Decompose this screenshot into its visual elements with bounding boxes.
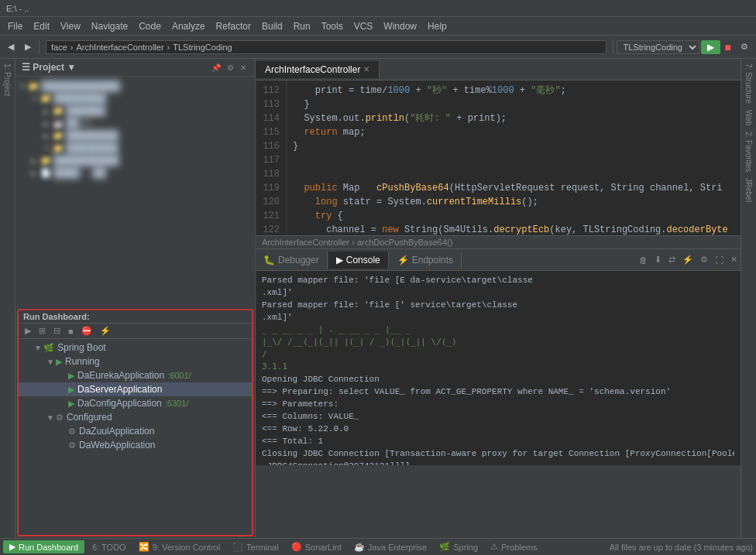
console-total: <== Total: 1 bbox=[262, 435, 734, 447]
code-line-116: } bbox=[293, 139, 734, 153]
tab-console[interactable]: ▶ Console bbox=[328, 252, 389, 269]
rd-expand-btn[interactable]: ⊞ bbox=[36, 325, 49, 337]
menu-edit[interactable]: Edit bbox=[29, 19, 54, 33]
running-section[interactable]: ▼ ▶ Running bbox=[19, 355, 252, 368]
rd-run-btn[interactable]: ▶ bbox=[22, 325, 34, 337]
da-eureka-item[interactable]: ▶ ▶ DaEurekaApplication :6001/ bbox=[19, 368, 252, 382]
spring-logo-3: / bbox=[262, 348, 734, 361]
rebel-icon[interactable]: JRebel bbox=[743, 176, 754, 204]
file-tree: ▼ 📁 ████████████ ▼ 📁 ████████ ▶ 📁 ██████… bbox=[15, 77, 255, 307]
tree-item-6[interactable]: ▼ 📁 ████████ bbox=[19, 142, 252, 154]
tree-item-1[interactable]: ▼ 📁 ████████████ bbox=[19, 80, 252, 92]
console-icon: ▶ bbox=[336, 255, 343, 266]
line-numbers: 112 113 114 115 116 117 118 119 120 121 … bbox=[256, 81, 287, 235]
console-clear-btn[interactable]: 🗑 bbox=[636, 255, 651, 266]
menu-run[interactable]: Run bbox=[289, 19, 315, 33]
spring-boot-section[interactable]: ▼ 🌿 Spring Boot bbox=[19, 341, 252, 355]
pin-button[interactable]: 📌 bbox=[209, 63, 223, 73]
tab-label: ArchInterfaceController bbox=[265, 64, 360, 75]
todo-status[interactable]: 6: TODO bbox=[88, 541, 131, 553]
menu-window[interactable]: Window bbox=[379, 19, 421, 33]
java-enterprise-status[interactable]: ☕ Java Enterprise bbox=[349, 540, 431, 553]
editor-area: ArchInterfaceController ✕ 112 113 114 11… bbox=[256, 59, 741, 538]
project-panel: ☰ Project ▼ 📌 ⚙ ✕ ▼ 📁 ████████████ ▼ 📁 █… bbox=[15, 59, 256, 538]
code-breadcrumb: ArchInterfaceController › archDocPushByB… bbox=[256, 235, 741, 248]
console-line-4: .xml]' bbox=[262, 311, 734, 324]
tree-item-7[interactable]: ▶ 📁 ██████████ bbox=[19, 154, 252, 166]
code-line-119: public Map cPushByBase64(HttpServletRequ… bbox=[293, 181, 734, 195]
structure-icon[interactable]: 7: Structure bbox=[743, 62, 754, 105]
web-icon[interactable]: Web bbox=[743, 108, 754, 127]
code-line-112: print = time/1000 + "秒" + time%1000 + "毫… bbox=[293, 84, 734, 98]
console-expand-btn[interactable]: ⛶ bbox=[712, 255, 727, 266]
da-config-item[interactable]: ▶ ▶ DaConfigApplication :6301/ bbox=[19, 396, 252, 410]
java-icon: ☕ bbox=[354, 542, 365, 552]
menu-view[interactable]: View bbox=[56, 19, 85, 33]
panel-tools: 📌 ⚙ ✕ bbox=[209, 63, 249, 73]
run-dashboard-toolbar: ▶ ⊞ ⊟ ■ ⛔ ⚡ bbox=[19, 324, 252, 339]
tree-item-3[interactable]: ▶ 📁 ██████ bbox=[19, 104, 252, 117]
rd-stop2-btn[interactable]: ⛔ bbox=[78, 325, 95, 337]
rd-stop-btn[interactable]: ■ bbox=[65, 326, 77, 337]
rd-filter-btn[interactable]: ⚡ bbox=[97, 325, 114, 337]
main-toolbar: ◀ ▶ face › ArchInterfaceController › TLS… bbox=[0, 36, 756, 59]
code-line-115: return map; bbox=[293, 125, 734, 139]
run-button[interactable]: ▶ bbox=[701, 40, 720, 54]
run-dashboard-status[interactable]: ▶ Run Dashboard bbox=[3, 540, 84, 553]
forward-button[interactable]: ▶ bbox=[20, 40, 36, 53]
menu-tools[interactable]: Tools bbox=[317, 19, 348, 33]
tree-item-2[interactable]: ▼ 📁 ████████ bbox=[19, 92, 252, 104]
toolbar-separator-2 bbox=[613, 40, 613, 54]
settings-button[interactable]: ⚙ bbox=[736, 40, 753, 53]
tree-item-5[interactable]: ▶ 📁 ████████ bbox=[19, 129, 252, 142]
menu-analyze[interactable]: Analyze bbox=[167, 19, 210, 33]
configured-section[interactable]: ▼ ⚙ Configured bbox=[19, 410, 252, 424]
code-line-121: try { bbox=[293, 209, 734, 223]
run-list: ▼ 🌿 Spring Boot ▼ ▶ Running ▶ ▶ DaEureka… bbox=[19, 339, 252, 535]
back-button[interactable]: ◀ bbox=[3, 40, 19, 53]
toolbar-separator-1 bbox=[39, 40, 40, 54]
panel-title: ☰ Project ▼ bbox=[22, 62, 76, 73]
console-jdbc-addr: .JDBC4Connection@39743121]]]] bbox=[262, 460, 734, 465]
console-scroll-btn[interactable]: ⬇ bbox=[651, 254, 665, 266]
rd-collapse-btn[interactable]: ⊟ bbox=[50, 325, 64, 337]
tab-endpoints[interactable]: ⚡ Endpoints bbox=[390, 252, 462, 269]
da-zuul-item[interactable]: ▶ ⚙ DaZuulApplication bbox=[19, 424, 252, 438]
console-wrap-btn[interactable]: ⇄ bbox=[665, 254, 679, 266]
code-area[interactable]: 112 113 114 115 116 117 118 119 120 121 … bbox=[256, 81, 741, 235]
code-line-113: } bbox=[293, 98, 734, 111]
menu-build[interactable]: Build bbox=[257, 19, 287, 33]
sonar-status[interactable]: 🔴 SonarLint bbox=[287, 540, 346, 553]
console-close-btn[interactable]: ✕ bbox=[727, 254, 741, 266]
menu-code[interactable]: Code bbox=[134, 19, 166, 33]
menu-help[interactable]: Help bbox=[423, 19, 452, 33]
da-server-item[interactable]: ▶ ▶ DaServerApplication bbox=[19, 382, 252, 396]
project-icon[interactable]: 1: Project bbox=[2, 62, 13, 98]
tree-item-4[interactable]: ▶ ☕ ██ im bbox=[19, 117, 252, 129]
favorites-icon[interactable]: 2: Favorites bbox=[743, 130, 754, 173]
problems-status[interactable]: ⚠ Problems bbox=[486, 540, 541, 553]
tab-debugger[interactable]: 🐛 Debugger bbox=[256, 252, 328, 269]
console-content: Parsed mapper file: 'file [E da-service\… bbox=[256, 271, 741, 465]
stop-button[interactable]: ■ bbox=[722, 39, 734, 55]
menu-vcs[interactable]: VCS bbox=[349, 19, 378, 33]
run-config-select[interactable]: TLStringCoding bbox=[617, 40, 699, 54]
tree-item-8[interactable]: ▶ 📄 ████ ....██ bbox=[19, 166, 252, 179]
settings-panel-button[interactable]: ⚙ bbox=[225, 63, 236, 73]
problems-icon: ⚠ bbox=[490, 542, 498, 552]
terminal-status[interactable]: ⬛ Terminal bbox=[228, 540, 284, 553]
console-columns: <== Columns: VALUE_ bbox=[262, 410, 734, 423]
console-settings-btn[interactable]: ⚙ bbox=[697, 254, 711, 266]
menu-refactor[interactable]: Refactor bbox=[211, 19, 256, 33]
menu-file[interactable]: File bbox=[3, 19, 27, 33]
close-panel-button[interactable]: ✕ bbox=[238, 63, 249, 73]
spring-status[interactable]: 🌿 Spring bbox=[435, 540, 483, 553]
da-web-item[interactable]: ▶ ⚙ DaWebApplication bbox=[19, 438, 252, 452]
console-filter-btn[interactable]: ⚡ bbox=[679, 254, 696, 266]
tab-close-icon[interactable]: ✕ bbox=[363, 65, 369, 74]
run-dashboard-header: Run Dashboard: bbox=[19, 310, 252, 324]
code-line-118 bbox=[293, 167, 734, 181]
menu-navigate[interactable]: Navigate bbox=[87, 19, 132, 33]
tab-arch-interface[interactable]: ArchInterfaceController ✕ bbox=[256, 61, 380, 78]
vcs-status[interactable]: 🔀 9: Version Control bbox=[134, 540, 225, 553]
